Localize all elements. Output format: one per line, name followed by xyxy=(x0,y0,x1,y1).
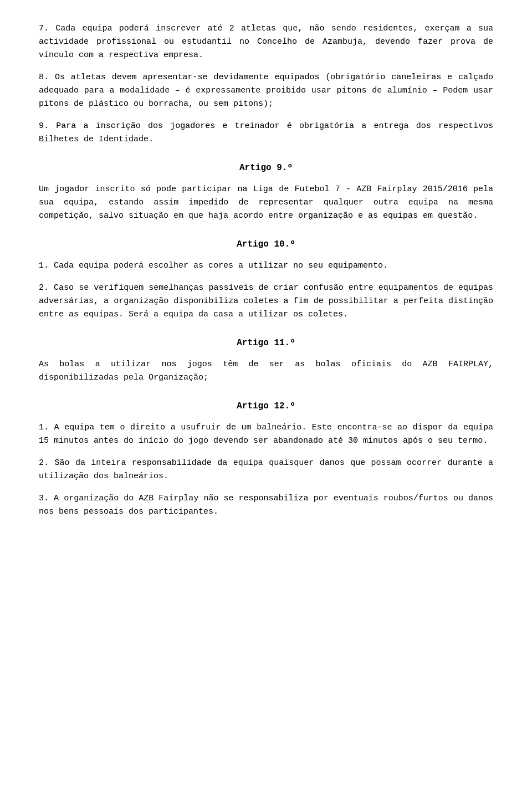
artigo12-3: 3. A organização do AZB Fairplay não se … xyxy=(39,492,493,519)
artigo12-1: 1. A equipa tem o direito a usufruir de … xyxy=(39,421,493,448)
artigo9-heading: Artigo 9.º xyxy=(39,163,493,173)
paragraph-9: 9. Para a inscrição dos jogadores e trei… xyxy=(39,120,493,146)
artigo10-heading: Artigo 10.º xyxy=(39,239,493,249)
artigo11-body: As bolas a utilizar nos jogos têm de ser… xyxy=(39,358,493,385)
artigo12-heading: Artigo 12.º xyxy=(39,401,493,411)
artigo11-heading: Artigo 11.º xyxy=(39,338,493,348)
artigo10-1: 1. Cada equipa poderá escolher as cores … xyxy=(39,259,493,273)
artigo9-body: Um jogador inscrito só pode participar n… xyxy=(39,183,493,223)
artigo12-2: 2. São da inteira responsabilidade da eq… xyxy=(39,457,493,483)
artigo10-2: 2. Caso se verifiquem semelhanças passív… xyxy=(39,281,493,321)
paragraph-8: 8. Os atletas devem apresentar-se devida… xyxy=(39,71,493,111)
page-content: 7. Cada equipa poderá inscrever até 2 at… xyxy=(0,0,532,799)
paragraph-7: 7. Cada equipa poderá inscrever até 2 at… xyxy=(39,22,493,62)
